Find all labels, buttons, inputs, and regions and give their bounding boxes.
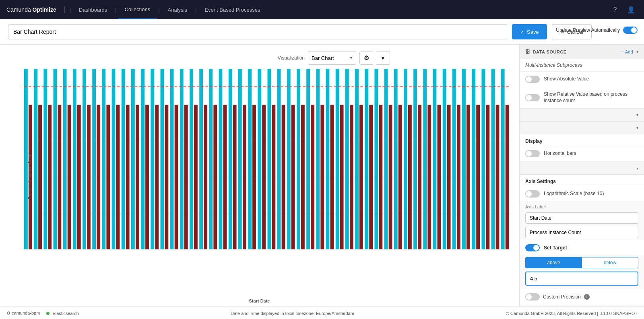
svg-rect-100: [452, 69, 456, 249]
target-value-input[interactable]: [525, 272, 638, 286]
save-button[interactable]: ✓ Save: [512, 24, 547, 39]
datasource-actions: ＋ Add ▾: [620, 49, 638, 55]
svg-rect-56: [238, 69, 242, 249]
svg-rect-52: [219, 69, 223, 249]
svg-rect-41: [165, 105, 169, 249]
status-left: ⚙ camunda-bpm Elasticsearch: [6, 311, 79, 316]
svg-rect-70: [306, 69, 310, 249]
svg-rect-28: [102, 69, 105, 249]
svg-rect-83: [369, 105, 373, 249]
x-axis-dates: [24, 274, 519, 298]
report-title-input[interactable]: [8, 24, 507, 39]
svg-rect-111: [506, 105, 509, 249]
x-axis-label-input[interactable]: [525, 212, 638, 224]
timezone-info: Date and Time displayed in local timezon…: [231, 311, 354, 316]
svg-rect-84: [374, 69, 378, 249]
svg-rect-57: [243, 105, 246, 249]
svg-rect-96: [433, 69, 437, 249]
svg-rect-58: [248, 69, 252, 249]
svg-rect-107: [486, 105, 489, 249]
section-collapse-2[interactable]: ▾: [520, 121, 644, 134]
svg-rect-97: [438, 105, 441, 249]
svg-rect-71: [311, 105, 314, 249]
svg-rect-68: [297, 69, 300, 249]
log-scale-row: Logarithmic Scale (base 10): [520, 186, 644, 202]
update-preview-label: Update Preview Automatically: [556, 27, 620, 33]
update-preview-row: Update Preview Automatically: [556, 27, 638, 34]
user-icon-button[interactable]: 👤: [625, 3, 638, 16]
above-button[interactable]: above: [525, 257, 582, 268]
elastic-name: Elasticsearch: [52, 311, 78, 316]
svg-rect-43: [175, 105, 178, 249]
svg-rect-73: [320, 105, 324, 249]
plus-icon: ＋: [620, 49, 624, 55]
section-collapse-1[interactable]: ▾: [520, 109, 644, 121]
horizontal-bars-row: Horizontal bars: [520, 146, 644, 162]
help-icon-button[interactable]: ?: [609, 3, 621, 16]
section-collapse-3[interactable]: ▾: [520, 162, 644, 175]
show-absolute-toggle[interactable]: [525, 76, 540, 83]
svg-rect-50: [209, 69, 213, 249]
set-target-row: Set Target: [520, 240, 644, 255]
svg-rect-92: [413, 69, 417, 249]
checkmark-icon: ✓: [520, 29, 524, 35]
svg-rect-105: [476, 105, 480, 249]
svg-rect-82: [365, 69, 368, 249]
y-axis-label-input[interactable]: [525, 227, 638, 238]
horizontal-bars-label: Horizontal bars: [544, 150, 638, 157]
nav-analysis[interactable]: Analysis: [161, 0, 194, 19]
log-scale-toggle[interactable]: [525, 190, 540, 198]
svg-rect-44: [180, 69, 184, 249]
set-target-toggle[interactable]: [525, 244, 540, 251]
svg-rect-45: [184, 105, 188, 249]
svg-rect-17: [48, 105, 52, 249]
display-section-title: Display: [520, 134, 644, 146]
visualization-select[interactable]: Bar Chart Line Chart Pie Chart Table: [308, 51, 356, 65]
custom-precision-info-icon[interactable]: i: [584, 294, 590, 300]
svg-rect-65: [282, 105, 285, 249]
svg-rect-33: [126, 105, 130, 249]
nav-event-based[interactable]: Event Based Processes: [198, 0, 266, 19]
below-button[interactable]: below: [582, 257, 638, 268]
svg-rect-46: [190, 69, 193, 249]
top-navigation: Camunda Optimize | Dashboards | Collecti…: [0, 0, 644, 19]
svg-rect-86: [384, 69, 388, 249]
visualization-select-wrapper: Bar Chart Line Chart Pie Chart Table: [308, 51, 356, 65]
data-source-header[interactable]: 🗄 DATA SOURCE ＋ Add ▾: [520, 45, 644, 59]
svg-rect-27: [97, 105, 100, 249]
svg-rect-22: [73, 69, 76, 249]
svg-rect-108: [491, 69, 495, 249]
add-datasource-button[interactable]: ＋ Add: [620, 49, 633, 55]
axis-label-title: Axis Label: [520, 202, 644, 211]
svg-rect-93: [418, 105, 421, 249]
svg-rect-42: [170, 69, 174, 249]
svg-rect-55: [233, 105, 237, 249]
svg-rect-64: [277, 69, 281, 249]
nav-dashboards[interactable]: Dashboards: [72, 0, 114, 19]
svg-rect-103: [466, 105, 470, 249]
show-relative-toggle[interactable]: [525, 94, 540, 101]
svg-rect-32: [122, 69, 125, 249]
visualization-expand-button[interactable]: ▾: [376, 51, 390, 65]
svg-rect-62: [268, 69, 271, 249]
brand-logo: Camunda Optimize: [6, 6, 65, 13]
svg-rect-29: [106, 105, 110, 249]
datasource-collapse-arrow[interactable]: ▾: [636, 49, 639, 54]
nav-collections[interactable]: Collections: [118, 0, 157, 19]
custom-precision-row: Custom Precision i: [520, 289, 644, 305]
svg-rect-79: [350, 105, 353, 249]
svg-rect-78: [345, 69, 349, 249]
svg-rect-47: [194, 105, 198, 249]
custom-precision-toggle[interactable]: [525, 293, 540, 300]
horizontal-bars-toggle[interactable]: [525, 150, 540, 157]
elastic-source: Elasticsearch: [46, 311, 78, 316]
svg-rect-81: [359, 105, 363, 249]
update-preview-toggle[interactable]: [623, 27, 638, 34]
process-name: camunda-bpm: [12, 311, 40, 315]
svg-rect-61: [262, 105, 266, 249]
svg-rect-25: [87, 105, 91, 249]
svg-rect-34: [131, 69, 135, 249]
svg-rect-60: [258, 69, 261, 249]
datasource-icon: 🗄: [525, 49, 530, 55]
visualization-settings-button[interactable]: ⚙: [359, 51, 373, 65]
